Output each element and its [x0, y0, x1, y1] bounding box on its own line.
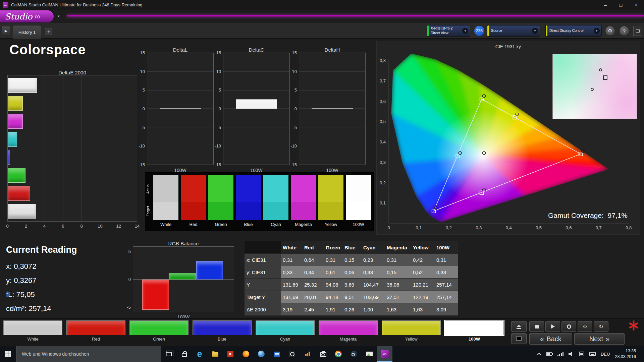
table-cell: 25,32	[302, 279, 324, 291]
next-button[interactable]: Next »	[574, 333, 625, 345]
eject-button[interactable]	[511, 321, 527, 332]
workspace-layout-button[interactable]	[633, 26, 642, 36]
expand-panel-button[interactable]: ▶	[2, 26, 10, 35]
task-view-button[interactable]	[161, 346, 176, 362]
table-cell: 0,42	[411, 254, 434, 266]
meter-dropdown-text: X-Rite i1Pro 2 Direct View	[429, 26, 462, 35]
current-reading-fl: fL: 75,05	[6, 290, 35, 299]
taskbar-time: 13:35	[615, 348, 636, 354]
table-cell: 131,69	[281, 291, 302, 303]
taskbar-icon-media[interactable]	[223, 346, 238, 362]
tab-history-1[interactable]: History 1	[13, 25, 41, 39]
app-icon: ∞	[3, 2, 8, 8]
delta-l-chart: DeltaL 151050-5-10-15 100W	[133, 47, 216, 181]
table-cell: 122,19	[411, 291, 434, 303]
display-dropdown-text: Direct Display Control	[547, 28, 594, 33]
patch-button-100w[interactable]: 100W	[445, 320, 504, 342]
meter-count-badge[interactable]: 236	[474, 26, 484, 36]
patch-button-cyan[interactable]: Cyan	[256, 320, 315, 342]
gamut-coverage: Gamut Coverage: 97,1%	[548, 212, 628, 220]
start-button[interactable]	[0, 346, 16, 362]
help-icon[interactable]: ?	[619, 26, 629, 36]
studio-logo[interactable]: Studio ∞	[0, 10, 54, 22]
logo-menu-caret-icon[interactable]: ▾	[58, 14, 60, 18]
stop-button[interactable]	[529, 321, 544, 332]
taskbar-icon-steam[interactable]	[346, 346, 362, 362]
deltae-row-blue	[8, 148, 137, 167]
chevron-down-icon[interactable]: ▾	[462, 28, 468, 34]
taskbar-icon-camera[interactable]	[315, 346, 331, 362]
patch-button-label: Blue	[193, 337, 252, 342]
gamut-coverage-value: 97,1%	[607, 212, 628, 219]
tray-expand-chevron-icon[interactable]	[538, 352, 541, 356]
source-dropdown[interactable]: Source ▾	[487, 25, 540, 37]
table-row-label: Target Y	[245, 291, 281, 303]
language-indicator[interactable]: DEU	[601, 352, 610, 357]
continuous-read-button[interactable]: ∞	[578, 321, 592, 332]
y-tick: 5	[294, 87, 297, 93]
patch-label: White	[153, 222, 178, 227]
patch-button-blue[interactable]: Blue	[193, 320, 252, 342]
meter-line1: X-Rite i1Pro 2	[431, 26, 460, 31]
patch-button-label: Magenta	[319, 337, 378, 342]
taskbar-icon-calman[interactable]: ∞	[377, 346, 392, 362]
blackout-button[interactable]	[511, 333, 527, 344]
taskbar-icon-steps[interactable]	[300, 346, 315, 362]
action-center-icon[interactable]	[579, 352, 584, 356]
close-button[interactable]: ×	[629, 0, 644, 10]
show-desktop-button[interactable]	[641, 346, 643, 362]
record-button[interactable]	[561, 321, 576, 332]
taskbar-search-input[interactable]: Web und Windows durchsuchen	[16, 346, 161, 362]
table-row: x: CIE310,310,640,310,150,230,310,420,31	[245, 254, 459, 266]
y-tick: 5	[143, 87, 145, 93]
maximize-button[interactable]: □	[613, 0, 629, 10]
back-button[interactable]: « Back	[529, 333, 572, 345]
taskbar-icon-mail[interactable]	[269, 346, 284, 362]
calman-icon: ∞	[381, 350, 389, 358]
source-dropdown-text: Source	[489, 28, 532, 33]
taskbar-icon-photos[interactable]	[362, 346, 377, 362]
patch-button-green[interactable]: Green	[129, 320, 189, 342]
y-tick: 15	[292, 50, 297, 55]
taskbar-clock[interactable]: 13:35 28.03.2016	[615, 348, 636, 360]
y-tick: 5	[219, 87, 221, 93]
patch-column-100w: 100W	[346, 175, 371, 227]
patch-button-white[interactable]: White	[3, 320, 62, 342]
deltae-xtick: 2	[25, 224, 27, 229]
inset-measured-marker	[599, 68, 602, 71]
cie-ytick: 0,4	[380, 139, 386, 144]
chevron-down-icon[interactable]: ▾	[532, 28, 538, 34]
taskbar-icon-firefox[interactable]	[238, 346, 254, 362]
display-control-dropdown[interactable]: Direct Display Control ▾	[545, 25, 602, 37]
network-signal-icon[interactable]	[557, 352, 564, 356]
patch-button-yellow[interactable]: Yellow	[382, 320, 441, 342]
battery-icon[interactable]	[546, 352, 552, 356]
taskbar-icon-edge[interactable]: e	[192, 346, 207, 362]
session-asterisk-icon[interactable]	[629, 320, 639, 330]
add-tab-button[interactable]: +	[45, 28, 52, 35]
current-reading-y: y: 0,3267	[6, 276, 37, 285]
taskbar-icon-clock-app[interactable]	[284, 346, 300, 362]
patch-button-magenta[interactable]: Magenta	[319, 320, 378, 342]
chevron-down-icon[interactable]: ▾	[594, 28, 600, 34]
patch-swatch	[153, 175, 178, 220]
play-button[interactable]	[545, 321, 560, 332]
table-cell: 120,21	[411, 279, 434, 291]
actual-row-label: Actual	[146, 175, 152, 202]
refresh-button[interactable]: ↻	[594, 321, 608, 332]
keyboard-icon[interactable]	[589, 352, 596, 356]
cie-xtick: 0,5	[536, 225, 542, 230]
patch-swatch	[208, 175, 233, 220]
taskbar-icon-explorer[interactable]	[207, 346, 223, 362]
meter-dropdown[interactable]: X-Rite i1Pro 2 Direct View ▾	[427, 25, 470, 37]
minimize-button[interactable]: –	[598, 0, 613, 10]
taskbar-icon-store[interactable]	[176, 346, 192, 362]
patch-button-red[interactable]: Red	[66, 320, 125, 342]
taskbar-icon-chrome[interactable]	[331, 346, 346, 362]
next-label: Next	[589, 335, 603, 343]
volume-icon[interactable]	[569, 352, 574, 356]
settings-gear-icon[interactable]: ⚙	[605, 26, 615, 36]
folder-icon	[212, 352, 218, 357]
taskbar-icon-globe-app[interactable]	[254, 346, 269, 362]
taskbar-date: 28.03.2016	[615, 354, 636, 360]
